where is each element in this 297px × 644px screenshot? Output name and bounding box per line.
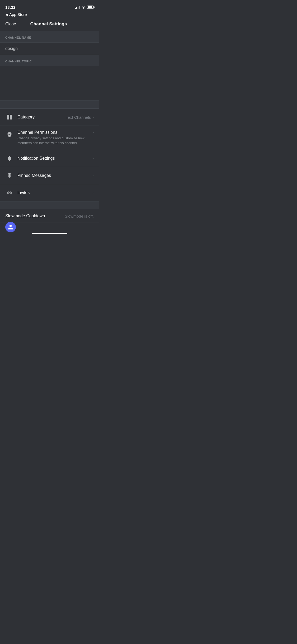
chevron-right-icon: › bbox=[92, 173, 94, 178]
avatar bbox=[5, 222, 16, 232]
section-spacer bbox=[0, 101, 99, 109]
home-indicator bbox=[32, 233, 67, 234]
invites-menu-item[interactable]: Invites › bbox=[0, 184, 99, 201]
svg-rect-1 bbox=[10, 115, 12, 117]
status-icons bbox=[75, 6, 94, 9]
wifi-icon bbox=[81, 6, 86, 9]
pinned-right: › bbox=[92, 173, 94, 178]
notification-right: › bbox=[92, 156, 94, 160]
permissions-description: Change privacy settings and customize ho… bbox=[17, 136, 92, 145]
slowmode-value: Slowmode is off. bbox=[65, 214, 94, 218]
channel-name-value: design bbox=[5, 46, 18, 51]
section-spacer-2 bbox=[0, 201, 99, 209]
pinned-messages-label: Pinned Messages bbox=[17, 173, 92, 178]
category-label: Category bbox=[17, 115, 66, 119]
permissions-content: Channel Permissions Change privacy setti… bbox=[17, 130, 92, 145]
slowmode-menu-item[interactable]: Slowmode Cooldown Slowmode is off. bbox=[0, 209, 99, 223]
channel-topic-section-header: CHANNEL TOPIC bbox=[0, 55, 99, 66]
nav-bar: Close Channel Settings bbox=[0, 19, 99, 31]
category-value: Text Channels bbox=[66, 115, 91, 119]
category-icon bbox=[5, 113, 14, 121]
channel-name-section-header: CHANNEL NAME bbox=[0, 31, 99, 43]
signal-icon bbox=[75, 6, 80, 9]
category-right: Text Channels › bbox=[66, 115, 94, 119]
permissions-icon bbox=[5, 130, 14, 139]
chevron-right-icon: › bbox=[92, 191, 94, 195]
battery-icon bbox=[87, 6, 94, 9]
channel-permissions-menu-item[interactable]: Channel Permissions Change privacy setti… bbox=[0, 126, 99, 150]
svg-rect-0 bbox=[7, 115, 9, 117]
status-time: 18:22 bbox=[5, 5, 15, 10]
slowmode-label: Slowmode Cooldown bbox=[5, 214, 45, 218]
page-title: Channel Settings bbox=[30, 21, 67, 27]
channel-topic-input[interactable] bbox=[0, 66, 99, 101]
invites-label: Invites bbox=[17, 190, 92, 195]
notification-content: Notification Settings bbox=[17, 156, 92, 161]
chevron-right-icon: › bbox=[92, 156, 94, 160]
pinned-messages-menu-item[interactable]: Pinned Messages › bbox=[0, 167, 99, 184]
notification-settings-menu-item[interactable]: Notification Settings › bbox=[0, 150, 99, 167]
pin-icon bbox=[5, 171, 14, 180]
bottom-bar bbox=[0, 223, 99, 236]
app-store-label: App Store bbox=[9, 12, 27, 17]
svg-rect-2 bbox=[7, 117, 9, 119]
notification-label: Notification Settings bbox=[17, 156, 92, 161]
notification-icon bbox=[5, 154, 14, 163]
channel-name-label: CHANNEL NAME bbox=[5, 36, 31, 39]
svg-rect-3 bbox=[10, 117, 12, 119]
invites-right: › bbox=[92, 191, 94, 195]
chevron-right-icon: › bbox=[92, 115, 94, 119]
category-menu-item[interactable]: Category Text Channels › bbox=[0, 109, 99, 126]
close-button[interactable]: Close bbox=[5, 22, 16, 26]
permissions-label: Channel Permissions bbox=[17, 130, 92, 135]
app-store-nav[interactable]: ◀ App Store bbox=[0, 12, 99, 19]
back-arrow-icon: ◀ bbox=[5, 12, 8, 17]
pinned-messages-content: Pinned Messages bbox=[17, 173, 92, 178]
status-bar: 18:22 bbox=[0, 0, 99, 12]
channel-topic-label: CHANNEL TOPIC bbox=[5, 60, 32, 63]
chevron-right-icon: › bbox=[92, 130, 94, 134]
invite-icon bbox=[5, 188, 14, 197]
permissions-right: › bbox=[92, 130, 94, 134]
invites-content: Invites bbox=[17, 190, 92, 195]
channel-name-input[interactable]: design bbox=[0, 43, 99, 55]
